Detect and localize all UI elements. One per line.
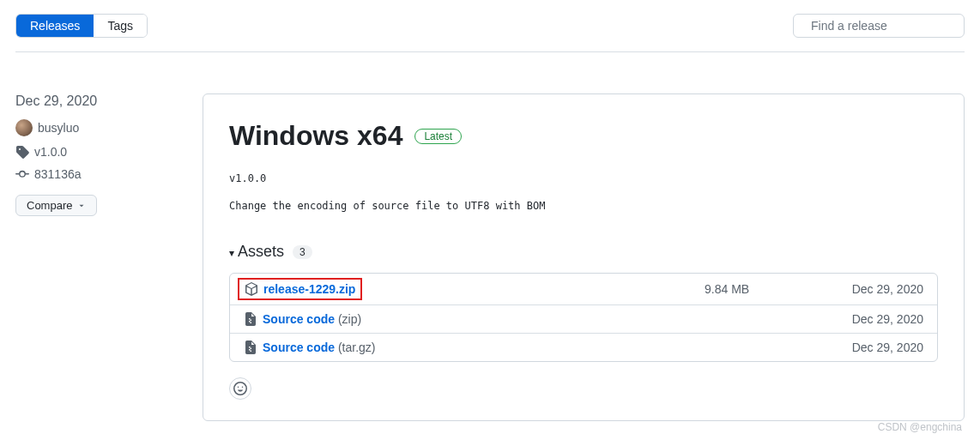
release-sidebar: Dec 29, 2020 busyluo v1.0.0 831136a Comp…	[15, 93, 185, 421]
search-release-field[interactable]	[793, 14, 965, 38]
chevron-down-icon	[77, 202, 86, 210]
tag-icon	[15, 145, 29, 159]
tab-releases[interactable]: Releases	[16, 15, 94, 37]
compare-label: Compare	[27, 199, 72, 212]
commit-icon	[15, 167, 29, 181]
assets-count-badge: 3	[293, 245, 312, 259]
tab-tags[interactable]: Tags	[94, 15, 147, 37]
package-icon	[245, 282, 258, 296]
release-description: Change the encoding of source file to UT…	[229, 200, 938, 212]
release-version: v1.0.0	[229, 172, 938, 184]
asset-list: release-1229.zip 9.84 MB Dec 29, 2020 So…	[229, 273, 938, 362]
asset-row: release-1229.zip 9.84 MB Dec 29, 2020	[230, 274, 937, 305]
file-zip-icon	[244, 341, 257, 354]
compare-button[interactable]: Compare	[15, 195, 97, 216]
assets-label: Assets	[229, 243, 284, 261]
asset-row: Source code (tar.gz) Dec 29, 2020	[230, 334, 937, 361]
asset-date: Dec 29, 2020	[846, 341, 923, 354]
asset-date: Dec 29, 2020	[846, 312, 923, 326]
latest-badge: Latest	[414, 129, 462, 144]
tag-name[interactable]: v1.0.0	[34, 145, 67, 159]
commit-sha[interactable]: 831136a	[34, 167, 82, 181]
nav-tabs: Releases Tags	[15, 14, 148, 38]
asset-date: Dec 29, 2020	[846, 282, 923, 296]
asset-link[interactable]: Source code (zip)	[263, 312, 361, 326]
assets-toggle[interactable]: Assets 3	[229, 243, 938, 261]
release-title: Windows x64	[229, 120, 402, 152]
release-date: Dec 29, 2020	[15, 93, 185, 109]
author-link[interactable]: busyluo	[38, 121, 79, 135]
avatar[interactable]	[15, 119, 33, 136]
file-zip-icon	[244, 312, 257, 326]
asset-row: Source code (zip) Dec 29, 2020	[230, 305, 937, 334]
add-reaction-button[interactable]	[229, 377, 251, 400]
release-panel: Windows x64 Latest v1.0.0 Change the enc…	[203, 93, 965, 421]
search-input[interactable]	[811, 19, 961, 33]
watermark: CSDN @engchina	[878, 421, 962, 433]
smiley-icon	[233, 382, 247, 395]
asset-link[interactable]: release-1229.zip	[263, 282, 355, 296]
asset-size: 9.84 MB	[705, 282, 846, 296]
asset-link[interactable]: Source code (tar.gz)	[263, 341, 376, 354]
